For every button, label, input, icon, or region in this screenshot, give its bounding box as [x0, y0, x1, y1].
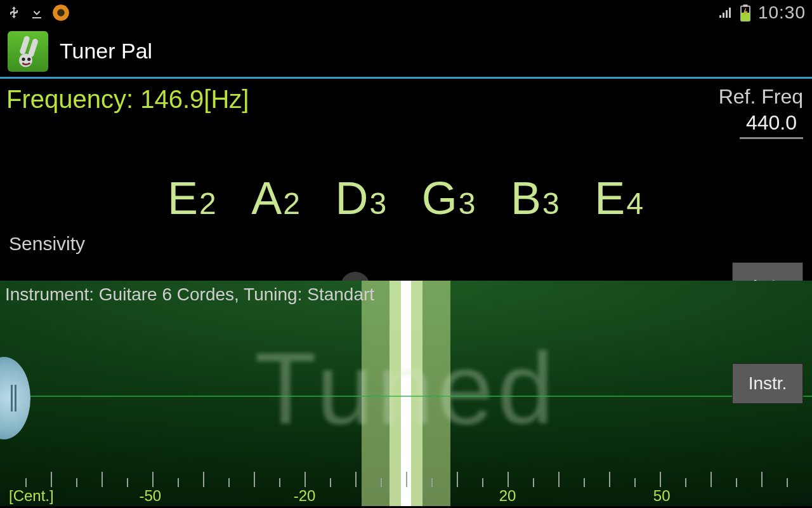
- svg-point-1: [57, 9, 65, 17]
- scale-tick: [634, 478, 636, 487]
- frequency-label: Frequency: 146.9[Hz]: [6, 85, 249, 139]
- content: Frequency: 146.9[Hz] Ref. Freq 440.0 E2 …: [0, 79, 812, 506]
- scale-tick: [203, 472, 204, 487]
- scale-tick: [584, 478, 585, 487]
- note-e2[interactable]: E2: [167, 172, 218, 224]
- scale-tick: [761, 472, 763, 487]
- svg-point-8: [22, 57, 25, 60]
- scale-tick: [76, 478, 77, 487]
- scale-tick: [279, 478, 280, 487]
- status-right: 10:30: [717, 3, 806, 23]
- scale-tick: [178, 478, 179, 487]
- scale-label-50: 50: [653, 487, 671, 505]
- scale-tick: [102, 472, 103, 487]
- instrument-button-label: Instr.: [749, 373, 787, 394]
- note-a2[interactable]: A2: [251, 172, 301, 224]
- note-d3[interactable]: D3: [336, 172, 388, 224]
- scale-tick: [330, 478, 331, 487]
- app-title: Tuner Pal: [60, 39, 152, 64]
- app-bar: Tuner Pal: [0, 25, 812, 79]
- drawer-handle[interactable]: [0, 357, 30, 439]
- scale-tick: [25, 478, 27, 487]
- waveform: [0, 396, 812, 398]
- svg-rect-5: [19, 35, 30, 55]
- scale-tick: [685, 478, 686, 487]
- battery-charging-icon: [739, 4, 752, 22]
- scale-tick: [152, 472, 154, 487]
- tuner-display: Tuned Instrument: Guitare 6 Cordes, Tuni…: [0, 281, 812, 506]
- notes-row: E2 A2 D3 G3 B3 E4: [0, 172, 812, 224]
- ref-freq-input[interactable]: 440.0: [740, 110, 803, 139]
- scale-tick: [660, 472, 661, 487]
- instrument-button[interactable]: Instr.: [732, 363, 803, 404]
- scale-tick: [533, 478, 534, 487]
- scale-tick: [787, 478, 788, 487]
- app-icon: [8, 31, 48, 72]
- note-b3[interactable]: B3: [511, 172, 561, 224]
- svg-point-9: [27, 57, 30, 60]
- scale-tick: [228, 478, 230, 487]
- scale-tick: [51, 472, 52, 487]
- note-e4[interactable]: E4: [594, 172, 645, 224]
- scale-tick: [609, 472, 610, 487]
- instrument-label: Instrument: Guitare 6 Cordes, Tuning: St…: [5, 284, 374, 305]
- signal-icon: [717, 5, 733, 20]
- app-circle-icon: [52, 4, 70, 22]
- ref-freq-label: Ref. Freq: [719, 85, 803, 109]
- cent-unit-label: [Cent.]: [9, 487, 54, 505]
- status-left: [6, 4, 70, 22]
- scale-tick: [254, 472, 255, 487]
- scale-tick: [710, 472, 712, 487]
- svg-rect-4: [743, 4, 747, 6]
- status-clock: 10:30: [758, 3, 806, 23]
- ref-freq-block: Ref. Freq 440.0: [719, 85, 803, 139]
- scale-label-neg20: -20: [294, 487, 316, 505]
- scale-label-neg50: -50: [139, 487, 161, 505]
- scale-tick: [482, 478, 483, 487]
- scale-tick: [457, 472, 458, 487]
- note-g3[interactable]: G3: [422, 172, 477, 224]
- usb-icon: [6, 5, 22, 20]
- frequency-row: Frequency: 146.9[Hz] Ref. Freq 440.0: [0, 79, 812, 139]
- scale-label-20: 20: [499, 487, 516, 505]
- download-icon: [29, 5, 44, 20]
- scale-tick: [304, 472, 306, 487]
- scale-tick: [381, 478, 382, 487]
- sensitivity-label: Sensivity: [9, 233, 803, 255]
- scale-tick: [355, 472, 357, 487]
- scale-tick: [431, 478, 433, 487]
- scale-tick: [127, 478, 128, 487]
- scale-tick: [406, 472, 407, 487]
- scale-tick: [736, 478, 737, 487]
- status-bar: 10:30: [0, 0, 812, 25]
- scale-tick: [558, 472, 560, 487]
- cent-scale: [Cent.] -50 -20 20 50 (function(){ // no…: [0, 468, 812, 506]
- scale-tick: [508, 472, 509, 487]
- tuned-watermark: Tuned: [254, 330, 558, 447]
